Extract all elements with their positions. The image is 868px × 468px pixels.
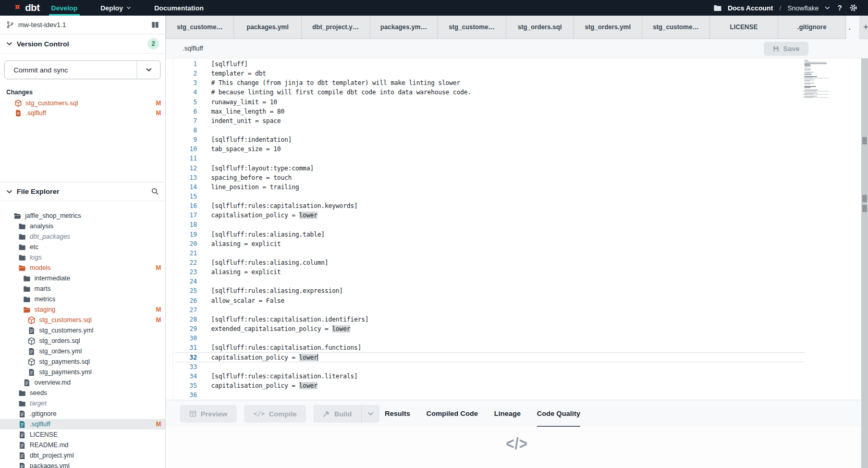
tree-item-target[interactable]: target — [0, 398, 165, 409]
commit-options-caret[interactable] — [137, 61, 160, 79]
build-button[interactable]: Build — [313, 405, 361, 423]
code-line[interactable]: 30 — [175, 334, 805, 343]
code-line[interactable]: 29extended_capitalisation_policy = lower — [175, 324, 805, 334]
tree-item-stg-payments-yml[interactable]: stg_payments.yml — [0, 367, 165, 377]
tab-packages-ym[interactable]: packages.ym… — [370, 16, 438, 39]
code-line[interactable]: 23aliasing = explicit — [175, 267, 805, 277]
code-line[interactable]: 9[sqlfluff:indentation] — [175, 135, 805, 144]
settings-gear-icon[interactable] — [849, 4, 858, 12]
search-icon[interactable] — [151, 188, 159, 195]
code-line[interactable]: 12[sqlfluff:layout:type:comma] — [175, 164, 805, 173]
tree-item-dbt-project-yml[interactable]: dbt_project.yml — [0, 450, 165, 461]
tree-item-stg-orders-sql[interactable]: stg_orders.sql — [0, 336, 165, 346]
connection-selector[interactable]: Snowflake — [787, 4, 818, 12]
code-line[interactable]: 1[sqlfluff] — [175, 59, 805, 69]
tree-item-seeds[interactable]: seeds — [0, 388, 165, 398]
code-line[interactable]: 6max_line_length = 80 — [175, 107, 805, 116]
nav-develop[interactable]: Develop — [49, 0, 80, 16]
tab-packages-yml[interactable]: packages.yml — [234, 16, 302, 39]
account-name[interactable]: Docs Account — [728, 4, 773, 12]
tree-item-dbt-packages[interactable]: dbt_packages — [0, 231, 165, 242]
commit-and-sync-button[interactable]: Commit and sync — [4, 60, 161, 79]
tree-item-jaffle-shop-metrics[interactable]: jaffle_shop_metrics — [0, 211, 165, 221]
preview-button[interactable]: Preview — [180, 405, 237, 423]
tree-item-stg-payments-sql[interactable]: stg_payments.sql — [0, 356, 165, 367]
code-line[interactable]: 36 — [175, 390, 805, 400]
tree-item-sqlfluff[interactable]: .sqlfluffM — [0, 419, 165, 429]
editor-scrollbar[interactable] — [861, 58, 868, 468]
code-line[interactable]: 32capitalisation_policy = lower — [175, 352, 805, 362]
split-panes-icon[interactable] — [151, 21, 159, 29]
code-line[interactable]: 2templater = dbt — [175, 69, 805, 78]
tree-item-marts[interactable]: marts — [0, 284, 165, 294]
tree-item-gitignore[interactable]: .gitignore — [0, 409, 165, 419]
code-line[interactable]: 22[sqlfluff:rules:aliasing.column] — [175, 258, 805, 267]
code-line[interactable]: 14line_position = trailing — [175, 182, 805, 192]
save-button[interactable]: Save — [764, 42, 809, 56]
change-row-sqlfluff[interactable]: .sqlfluffM — [0, 108, 165, 119]
code-line[interactable]: 33 — [175, 362, 805, 372]
code-line[interactable]: 19[sqlfluff:rules:aliasing.table] — [175, 230, 805, 239]
tree-item-staging[interactable]: stagingM — [0, 304, 165, 315]
code-line[interactable]: 5runaway_limit = 10 — [175, 97, 805, 107]
code-line[interactable]: 17capitalisation_policy = lower — [175, 211, 805, 220]
tree-item-packages-yml[interactable]: packages.yml — [0, 461, 165, 468]
file-explorer-header[interactable]: File Explorer — [0, 182, 165, 201]
compile-button[interactable]: </>Compile — [244, 405, 306, 423]
bottom-tab-compiled-code[interactable]: Compiled Code — [426, 400, 478, 427]
code-line[interactable]: 18 — [175, 220, 805, 229]
bottom-tab-results[interactable]: Results — [385, 400, 410, 427]
tree-item-analysis[interactable]: analysis — [0, 221, 165, 231]
tree-item-metrics[interactable]: metrics — [0, 294, 165, 304]
tab-stg-orders-sql[interactable]: stg_orders.sql — [506, 16, 574, 39]
bottom-tab-lineage[interactable]: Lineage — [494, 400, 521, 427]
code-line[interactable]: 21 — [175, 249, 805, 258]
tree-item-stg-customers-yml[interactable]: stg_customers.yml — [0, 325, 165, 336]
tree-item-license[interactable]: LICENSE — [0, 429, 165, 440]
code-line[interactable]: 3# This change (from jinja to dbt templa… — [175, 78, 805, 88]
bottom-tab-code-quality[interactable]: Code Quality — [537, 400, 580, 427]
tab-active-partial[interactable]: . — [846, 16, 859, 39]
tree-item-overview-md[interactable]: overview.md — [0, 377, 165, 388]
code-line[interactable]: 28[sqlfluff:rules:capitalisation.identif… — [175, 315, 805, 324]
tab-stg-custome[interactable]: stg_custome… — [438, 16, 506, 39]
code-line[interactable]: 24 — [175, 277, 805, 286]
minimap[interactable] — [804, 60, 829, 99]
code-line[interactable]: 7indent_unit = space — [175, 116, 805, 126]
code-line[interactable]: 11 — [175, 154, 805, 163]
tree-item-intermediate[interactable]: intermediate — [0, 273, 165, 284]
tab-dbt-project-y[interactable]: dbt_project.y… — [302, 16, 370, 39]
tab-stg-custome[interactable]: stg_custome… — [166, 16, 234, 39]
code-line[interactable]: 8 — [175, 126, 805, 135]
tree-item-models[interactable]: modelsM — [0, 263, 165, 273]
new-tab-button[interactable]: + — [859, 16, 868, 39]
nav-deploy[interactable]: Deploy — [99, 0, 133, 16]
dbt-logo[interactable]: dbt — [0, 0, 49, 16]
code-line[interactable]: 31[sqlfluff:rules:capitalisation.functio… — [175, 343, 805, 352]
nav-documentation[interactable]: Documentation — [152, 0, 206, 16]
code-line[interactable]: 27 — [175, 305, 805, 315]
code-line[interactable]: 10tab_space_size = 10 — [175, 144, 805, 154]
tree-item-etc[interactable]: etc — [0, 242, 165, 252]
connection-caret-icon[interactable] — [825, 6, 830, 9]
tree-item-stg-orders-yml[interactable]: stg_orders.yml — [0, 346, 165, 356]
code-line[interactable]: 13spacing_before = touch — [175, 173, 805, 182]
code-line[interactable]: 34[sqlfluff:rules:capitalisation.literal… — [175, 372, 805, 381]
build-options-caret[interactable] — [361, 405, 380, 423]
code-line[interactable]: 26allow_scalar = False — [175, 296, 805, 305]
code-line[interactable]: 16[sqlfluff:rules:capitalisation.keyword… — [175, 201, 805, 211]
tab-stg-custome[interactable]: stg_custome… — [642, 16, 711, 39]
tab-stg-orders-yml[interactable]: stg_orders.yml — [574, 16, 642, 39]
code-line[interactable]: 25[sqlfluff:rules:aliasing.expression] — [175, 286, 805, 295]
code-line[interactable]: 4# because linting will first compile db… — [175, 88, 805, 97]
tree-item-stg-customers-sql[interactable]: stg_customers.sqlM — [0, 315, 165, 325]
tab-gitignore[interactable]: .gitignore — [778, 16, 847, 39]
tab-license[interactable]: LICENSE — [710, 16, 778, 39]
version-control-header[interactable]: Version Control 2 — [0, 34, 165, 54]
code-line[interactable]: 15 — [175, 192, 805, 201]
code-line[interactable]: 20aliasing = explicit — [175, 239, 805, 249]
code-line[interactable]: 35capitalisation_policy = lower — [175, 381, 805, 390]
git-branch-selector[interactable]: mw-test-idev1.1 — [0, 16, 165, 34]
tree-item-logs[interactable]: logs — [0, 252, 165, 263]
tree-item-readme-md[interactable]: README.md — [0, 440, 165, 450]
